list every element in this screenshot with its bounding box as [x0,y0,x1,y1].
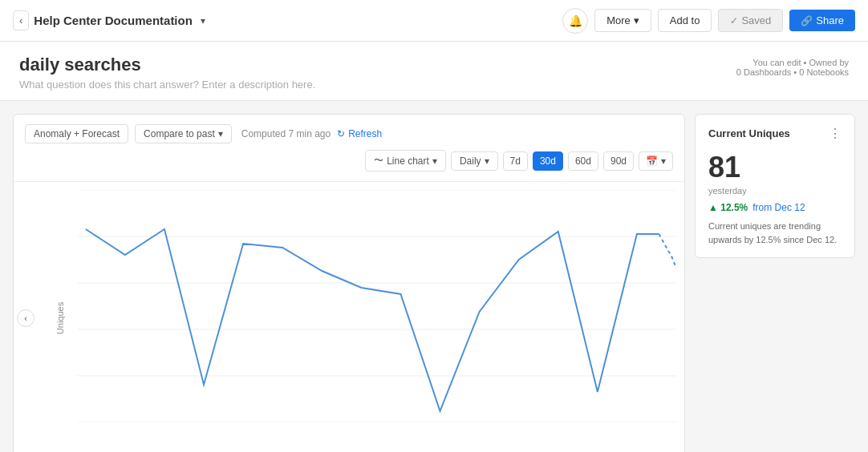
computed-text: Computed 7 min ago [241,128,331,139]
bell-button[interactable]: 🔔 [562,8,588,34]
content-wrapper: Anomaly + Forecast Compare to past ▾ Com… [0,101,868,452]
time-60d-button[interactable]: 60d [568,151,598,171]
compare-to-past-button[interactable]: Compare to past ▾ [135,124,232,143]
check-icon: ✓ [730,15,738,26]
top-bar-right: 🔔 More ▾ Add to ✓ Saved 🔗 Share [562,8,855,34]
time-90d-button[interactable]: 90d [603,151,634,171]
page-title: daily searches [19,54,315,75]
toolbar-right: 〜 Line chart ▾ Daily ▾ 7d 30d 60d 90d 📅 … [365,150,673,172]
line-chart-icon: 〜 [374,154,383,167]
refresh-icon: ↻ [337,128,345,139]
page-description[interactable]: What question does this chart answer? En… [19,79,315,91]
sidebar-panel: Current Uniques ⋮ 81 yesterday ▲ 12.5% f… [695,114,855,452]
share-button[interactable]: 🔗 Share [789,10,855,31]
chart-left-nav-button[interactable]: ‹ [17,309,34,327]
chart-type-chevron-icon: ▾ [432,155,437,167]
time-7d-button[interactable]: 7d [503,151,528,171]
chart-panel: Anomaly + Forecast Compare to past ▾ Com… [13,114,685,452]
granularity-button[interactable]: Daily ▾ [451,151,498,171]
top-bar: ‹ Help Center Documentation ▾ 🔔 More ▾ A… [0,0,868,42]
page-header: daily searches What question does this c… [0,42,868,101]
saved-button[interactable]: ✓ Saved [718,9,783,32]
uniques-label: yesterday [708,186,842,196]
uniques-value: 81 [708,151,842,184]
chart-svg: 100 80 60 40 20 0 Dec 12 Dec 14 Dec 16 D… [78,190,676,422]
trend-row: ▲ 12.5% from Dec 12 [708,202,842,213]
uniques-card-header: Current Uniques ⋮ [708,126,842,141]
granularity-chevron-icon: ▾ [485,155,489,167]
link-icon: 🔗 [801,15,813,26]
cal-chevron-icon: ▾ [661,155,666,167]
uniques-card: Current Uniques ⋮ 81 yesterday ▲ 12.5% f… [695,114,855,258]
back-button[interactable]: ‹ [13,10,29,30]
compare-chevron-icon: ▾ [218,128,223,139]
app-title: Help Center Documentation [34,14,193,27]
calendar-icon: 📅 [646,155,658,167]
more-button[interactable]: More ▾ [594,9,651,32]
chart-type-button[interactable]: 〜 Line chart ▾ [365,150,446,172]
trend-from: from Dec 12 [752,202,805,213]
anomaly-forecast-button[interactable]: Anomaly + Forecast [25,124,128,143]
top-bar-left: ‹ Help Center Documentation ▾ [13,10,209,30]
uniques-more-button[interactable]: ⋮ [829,126,842,141]
calendar-button[interactable]: 📅 ▾ [639,151,673,171]
bell-icon: 🔔 [569,14,582,27]
more-chevron-icon: ▾ [634,14,639,26]
y-axis-label: Uniques [55,302,65,334]
page-meta: You can edit • Owned by 0 Dashboards • 0… [736,58,849,77]
refresh-button[interactable]: ↻ Refresh [337,128,382,139]
add-to-button[interactable]: Add to [658,9,712,32]
uniques-title: Current Uniques [708,127,790,139]
title-chevron-button[interactable]: ▾ [197,14,209,28]
trend-percentage: ▲ 12.5% [708,202,748,213]
chart-toolbar: Anomaly + Forecast Compare to past ▾ Com… [14,115,684,182]
uniques-description: Current uniques are trending upwards by … [708,220,842,246]
time-30d-button[interactable]: 30d [533,151,563,171]
